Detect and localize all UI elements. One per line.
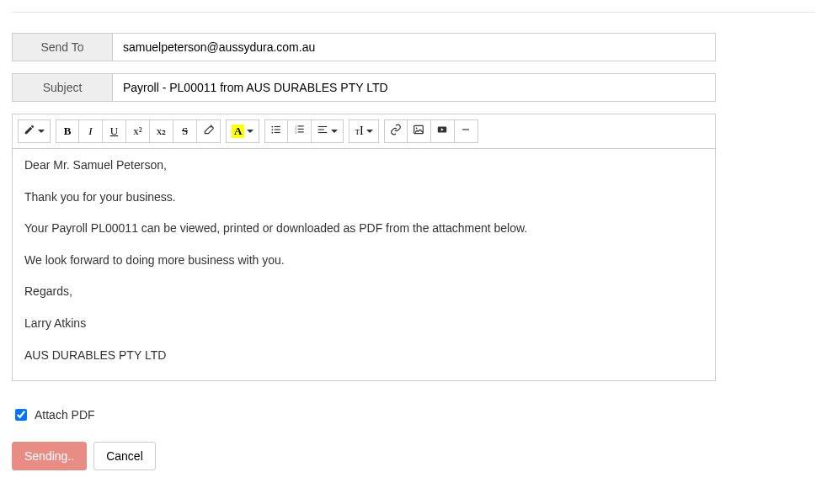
bullet-list-button[interactable]: [264, 119, 288, 143]
body-line: Regards,: [24, 284, 703, 300]
eraser-icon: [203, 124, 215, 139]
chevron-down-icon: [247, 130, 253, 133]
body-line: Dear Mr. Samuel Peterson,: [24, 157, 703, 174]
underline-button[interactable]: U: [103, 119, 126, 143]
svg-rect-14: [318, 132, 328, 133]
top-divider: [12, 12, 815, 13]
chevron-down-icon: [366, 130, 373, 133]
picture-button[interactable]: [408, 119, 431, 143]
attach-pdf-checkbox[interactable]: [15, 409, 27, 421]
list-ol-icon: 123: [294, 124, 306, 139]
ordered-list-button[interactable]: 123: [288, 119, 312, 143]
text-size-dropdown[interactable]: TI: [349, 119, 378, 143]
svg-rect-1: [275, 126, 280, 127]
subject-row: Subject: [12, 73, 716, 102]
subject-label: Subject: [12, 73, 113, 102]
body-line: Your Payroll PL00011 can be viewed, prin…: [24, 220, 703, 237]
send-to-label: Send To: [12, 33, 113, 61]
style-dropdown[interactable]: [18, 119, 51, 143]
editor-toolbar: B I U x² x₂ S A: [13, 114, 715, 149]
body-line: AUS DURABLES PTY LTD: [24, 347, 703, 364]
send-to-row: Send To: [12, 33, 716, 61]
svg-rect-3: [275, 129, 280, 130]
editor-body[interactable]: Dear Mr. Samuel Peterson, Thank you for …: [13, 149, 715, 380]
svg-rect-5: [275, 132, 280, 133]
pen-icon: [24, 124, 35, 139]
align-icon: [317, 124, 328, 139]
chevron-down-icon: [331, 130, 338, 133]
superscript-button[interactable]: x²: [126, 119, 150, 143]
body-line: We look forward to doing more business w…: [24, 252, 703, 269]
link-icon: [390, 124, 402, 139]
video-icon: [436, 124, 448, 139]
attach-pdf-label: Attach PDF: [35, 408, 95, 422]
editor: B I U x² x₂ S A: [12, 114, 716, 381]
svg-rect-9: [298, 129, 304, 130]
svg-rect-12: [318, 126, 328, 127]
subject-input[interactable]: [113, 73, 716, 102]
svg-rect-11: [298, 131, 304, 132]
font-color-icon: A: [232, 125, 244, 138]
bold-button[interactable]: B: [56, 119, 79, 143]
attach-pdf-row: Attach PDF: [12, 406, 815, 423]
action-buttons: Sending.. Cancel: [12, 442, 815, 470]
text-size-icon: TI: [355, 125, 363, 138]
svg-point-2: [272, 129, 274, 130]
italic-button[interactable]: I: [79, 119, 103, 143]
picture-icon: [413, 124, 424, 139]
send-to-input[interactable]: [113, 33, 716, 61]
cancel-button[interactable]: Cancel: [93, 442, 156, 470]
subscript-button[interactable]: x₂: [150, 119, 173, 143]
list-ul-icon: [270, 124, 282, 139]
font-color-button[interactable]: A: [226, 119, 259, 143]
svg-text:3: 3: [295, 131, 296, 135]
chevron-down-icon: [38, 130, 45, 133]
svg-rect-7: [298, 125, 304, 126]
link-button[interactable]: [384, 119, 408, 143]
minus-icon: [460, 124, 472, 139]
svg-point-0: [272, 126, 274, 128]
eraser-button[interactable]: [197, 119, 221, 143]
svg-rect-13: [318, 129, 324, 130]
align-dropdown[interactable]: [312, 119, 344, 143]
strikethrough-button[interactable]: S: [173, 119, 197, 143]
svg-point-16: [416, 127, 418, 129]
svg-point-4: [272, 132, 274, 134]
send-button[interactable]: Sending..: [12, 442, 87, 470]
svg-rect-18: [462, 129, 469, 130]
video-button[interactable]: [431, 119, 455, 143]
body-line: Thank you for your business.: [24, 189, 703, 206]
horizontal-rule-button[interactable]: [455, 119, 478, 143]
body-line: Larry Atkins: [24, 316, 703, 332]
